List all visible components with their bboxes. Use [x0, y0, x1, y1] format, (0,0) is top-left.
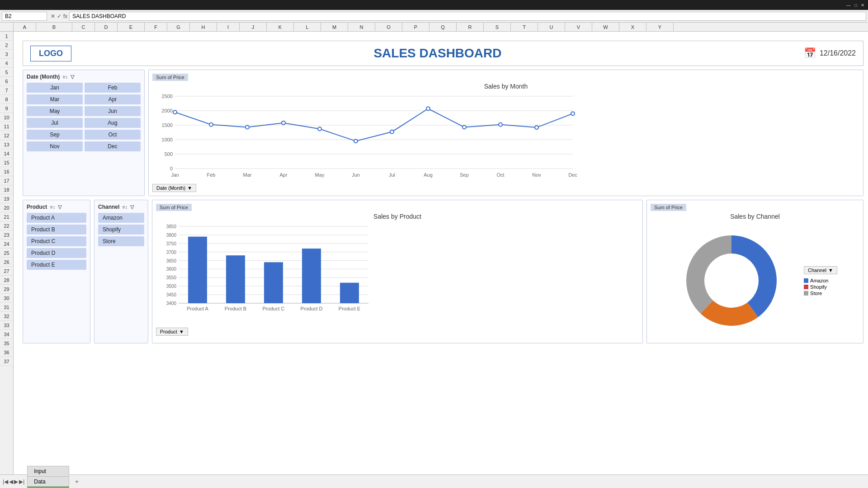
channel-filter-item-store[interactable]: Store [98, 236, 144, 246]
filter-icon-product[interactable]: ▽ [58, 204, 61, 210]
date-filter-item-jun[interactable]: Jun [85, 106, 141, 116]
date-filter-item-feb[interactable]: Feb [85, 83, 141, 93]
col-header-l[interactable]: L [294, 23, 321, 31]
date-filter-item-dec[interactable]: Dec [85, 141, 141, 151]
col-header-g[interactable]: G [167, 23, 190, 31]
filter-icon-date[interactable]: ▽ [71, 74, 74, 80]
sales-channel-tag: Sum of Price [651, 204, 686, 211]
svg-text:Jul: Jul [389, 172, 395, 178]
cancel-formula-icon[interactable]: ✕ [51, 13, 55, 19]
col-header-a[interactable]: A [14, 23, 36, 31]
tab-navigation-arrows: |◀ ◀ ▶ ▶| [0, 479, 27, 485]
col-header-q[interactable]: Q [429, 23, 457, 31]
col-header-e[interactable]: E [118, 23, 145, 31]
date-filter-item-nov[interactable]: Nov [27, 141, 83, 151]
grid-content: LOGO SALES DASHBOARD 📅 12/16/2022 Date (… [14, 32, 868, 474]
month-dropdown[interactable]: Date (Month) ▼ [152, 184, 196, 192]
col-header-o[interactable]: O [375, 23, 402, 31]
col-header-i[interactable]: I [217, 23, 240, 31]
dashboard-header: LOGO SALES DASHBOARD 📅 12/16/2022 [23, 41, 863, 66]
col-header-v[interactable]: V [565, 23, 592, 31]
svg-text:Oct: Oct [496, 172, 504, 178]
col-header-w[interactable]: W [592, 23, 619, 31]
col-header-r[interactable]: R [457, 23, 484, 31]
cell-reference[interactable] [2, 12, 47, 21]
row-num-25: 25 [0, 249, 13, 258]
close-btn[interactable]: ✕ [861, 3, 864, 8]
date-filter-item-mar[interactable]: Mar [27, 94, 83, 104]
channel-filter-item-amazon[interactable]: Amazon [98, 213, 144, 223]
filter-icon-channel[interactable]: ▽ [130, 204, 134, 210]
calendar-icon: 📅 [804, 47, 816, 59]
col-header-c[interactable]: C [72, 23, 95, 31]
tab-arrow-last[interactable]: ▶| [19, 479, 24, 485]
svg-rect-51 [340, 283, 359, 303]
col-header-y[interactable]: Y [646, 23, 674, 31]
col-header-f[interactable]: F [145, 23, 167, 31]
date-filter-item-sep[interactable]: Sep [27, 130, 83, 140]
date-filter-item-aug[interactable]: Aug [85, 118, 141, 128]
sheet-tab-dashboard[interactable]: Dashboard [27, 487, 69, 488]
legend-item-store: Store [804, 291, 837, 296]
row-num-31: 31 [0, 303, 13, 312]
product-filter-item-product-d[interactable]: Product D [27, 248, 86, 258]
channel-dropdown-label: Channel [808, 267, 826, 273]
row-num-9: 9 [0, 104, 13, 113]
channel-filter-item-shopify[interactable]: Shopify [98, 225, 144, 235]
date-filter-item-may[interactable]: May [27, 106, 83, 116]
col-header-j[interactable]: J [240, 23, 267, 31]
formula-input[interactable] [69, 12, 866, 21]
col-header-s[interactable]: S [484, 23, 511, 31]
col-header-t[interactable]: T [511, 23, 538, 31]
sort-icon-channel[interactable]: ≡↕ [122, 204, 127, 210]
svg-text:2500: 2500 [162, 94, 173, 99]
product-dropdown[interactable]: Product ▼ [156, 328, 188, 336]
svg-text:Sep: Sep [460, 172, 469, 178]
minimize-btn[interactable]: — [846, 3, 851, 8]
sort-icon-date[interactable]: ≡↕ [62, 74, 68, 80]
add-sheet-button[interactable]: ＋ [70, 476, 84, 488]
col-header-u[interactable]: U [538, 23, 565, 31]
row-num-35: 35 [0, 339, 13, 348]
col-header-x[interactable]: X [619, 23, 646, 31]
date-filter-title: Date (Month) ≡↕ ▽ [27, 74, 141, 80]
sort-icon-product[interactable]: ≡↕ [50, 204, 55, 210]
row-num-2: 2 [0, 41, 13, 50]
col-header-p[interactable]: P [402, 23, 429, 31]
col-header-b[interactable]: B [36, 23, 72, 31]
legend-item-amazon: Amazon [804, 278, 837, 283]
confirm-formula-icon[interactable]: ✓ [57, 13, 61, 19]
row-num-14: 14 [0, 149, 13, 158]
maximize-btn[interactable]: □ [854, 3, 857, 8]
col-header-m[interactable]: M [321, 23, 348, 31]
svg-point-7 [209, 123, 213, 127]
date-filter-item-jan[interactable]: Jan [27, 83, 83, 93]
channel-dropdown[interactable]: Channel ▼ [804, 266, 837, 274]
row-num-29: 29 [0, 285, 13, 294]
logo-text: LOGO [39, 49, 63, 58]
product-filter-item-product-c[interactable]: Product C [27, 236, 86, 246]
sheet-tab-input[interactable]: Input [27, 466, 69, 476]
row-num-28: 28 [0, 276, 13, 285]
tab-arrow-prev[interactable]: ◀ [9, 479, 13, 485]
product-filter-item-product-a[interactable]: Product A [27, 213, 86, 223]
date-filter-item-jul[interactable]: Jul [27, 118, 83, 128]
svg-point-16 [535, 126, 538, 129]
date-filter-item-apr[interactable]: Apr [85, 94, 141, 104]
insert-function-icon[interactable]: fx [63, 13, 67, 19]
col-header-d[interactable]: D [95, 23, 118, 31]
tab-arrow-first[interactable]: |◀ [3, 479, 8, 485]
svg-rect-47 [188, 237, 207, 303]
col-header-n[interactable]: N [348, 23, 375, 31]
svg-point-11 [354, 139, 358, 143]
sales-month-tag: Sum of Price [152, 74, 188, 81]
date-filter-item-oct[interactable]: Oct [85, 130, 141, 140]
sheet-tab-data[interactable]: Data [27, 476, 69, 487]
svg-point-6 [173, 110, 177, 114]
col-header-k[interactable]: K [267, 23, 294, 31]
product-filter-item-product-e[interactable]: Product E [27, 260, 86, 270]
col-header-h[interactable]: H [190, 23, 217, 31]
tab-arrow-next[interactable]: ▶ [14, 479, 18, 485]
month-dropdown-area: Date (Month) ▼ [152, 184, 859, 192]
product-filter-item-product-b[interactable]: Product B [27, 225, 86, 235]
